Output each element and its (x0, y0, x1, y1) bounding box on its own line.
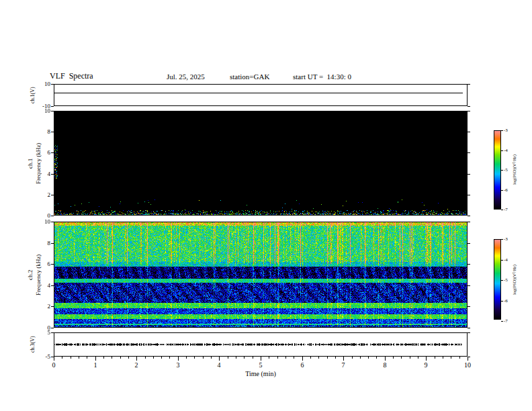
x-minor-tick-mark (318, 357, 319, 359)
x-minor-tick-mark (310, 357, 311, 359)
x-tick-mark (426, 357, 427, 361)
colorbar-tick-label: -5 (504, 167, 508, 173)
ch1spec-axis-label-channel: ch.1 (27, 111, 35, 216)
x-minor-tick-mark (161, 357, 162, 359)
y-tick-label: 10 (32, 107, 50, 114)
x-minor-tick-mark (418, 357, 418, 359)
y-tick-label: 8 (32, 128, 50, 135)
x-tick-label: 0 (44, 361, 64, 369)
colorbar-tick-mark (501, 260, 503, 261)
ch3-voltage-canvas (54, 333, 467, 356)
figure-title: VLF Spectra (50, 71, 93, 81)
x-minor-tick-mark (410, 357, 410, 359)
ch1-spectrogram-panel (54, 111, 468, 216)
y-tick-mark (51, 216, 54, 216)
y-tick-mark (468, 264, 470, 265)
y-tick-mark (468, 243, 470, 244)
y-tick-mark (51, 264, 54, 265)
colorbar-tick-mark (501, 239, 503, 240)
colorbar-tick-label: -6 (504, 298, 508, 304)
x-tick-label: 10 (457, 361, 478, 369)
colorbar-tick-mark (501, 280, 503, 281)
colorbar-tick-mark (501, 150, 503, 151)
x-minor-tick-mark (169, 357, 170, 359)
x-minor-tick-mark (459, 357, 460, 359)
colorbar-tick-label: -4 (504, 148, 508, 153)
y-tick-mark (51, 152, 54, 153)
x-minor-tick-mark (352, 357, 353, 359)
y-tick-label: 8 (32, 240, 50, 246)
y-tick-label: 4 (32, 282, 50, 289)
x-tick-label: 5 (251, 361, 271, 369)
y-tick-mark (51, 84, 54, 85)
x-tick-mark (95, 357, 96, 361)
x-minor-tick-mark (451, 357, 451, 359)
y-tick-label: 10 (32, 81, 50, 87)
x-minor-tick-mark (277, 357, 278, 359)
y-tick-label: -5 (32, 353, 50, 360)
y-tick-mark (468, 285, 470, 286)
y-tick-mark (51, 243, 54, 244)
y-tick-label: 5 (32, 329, 50, 336)
ch2-spectrogram-panel (54, 222, 468, 328)
y-tick-mark (468, 328, 470, 328)
colorbar-tick-mark (501, 130, 503, 131)
colorbar-tick-mark (501, 170, 503, 171)
y-tick-label: 10 (32, 218, 50, 225)
x-minor-tick-mark (153, 357, 154, 359)
x-tick-label: 4 (209, 361, 229, 369)
x-minor-tick-mark (244, 357, 245, 359)
colorbar-axis-label: log(PSD)(V²/Hz) (512, 130, 518, 210)
y-tick-label: 4 (32, 171, 50, 177)
colorbar-tick-label: -3 (504, 128, 508, 133)
colorbar-tick-mark (501, 190, 503, 191)
y-tick-mark (51, 332, 54, 333)
y-tick-mark (51, 222, 54, 222)
colorbar-tick-label: -4 (504, 257, 508, 263)
x-tick-mark (385, 357, 386, 361)
colorbar-tick-label: -3 (504, 236, 508, 242)
y-tick-mark (468, 111, 470, 111)
x-minor-tick-mark (87, 357, 87, 359)
ch1-voltage-trace (54, 93, 463, 93)
x-minor-tick-mark (360, 357, 361, 359)
x-minor-tick-mark (269, 357, 269, 359)
x-minor-tick-mark (285, 357, 286, 359)
x-tick-label: 9 (416, 361, 436, 369)
x-tick-mark (54, 357, 54, 361)
x-tick-mark (136, 357, 137, 361)
ch1-spectrogram-canvas (54, 111, 467, 215)
x-tick-mark (219, 357, 220, 361)
x-minor-tick-mark (368, 357, 369, 359)
ch2-colorbar (494, 239, 501, 320)
ch3-voltage-panel (54, 332, 468, 357)
x-minor-tick-mark (103, 357, 104, 359)
y-tick-mark (51, 174, 54, 175)
x-tick-label: 7 (333, 361, 353, 369)
x-tick-mark (343, 357, 344, 361)
colorbar-tick-mark (501, 301, 503, 302)
y-tick-mark (51, 106, 54, 107)
y-tick-mark (468, 332, 470, 333)
x-minor-tick-mark (186, 357, 187, 359)
colorbar-tick-label: -5 (504, 277, 508, 283)
colorbar-tick-label: -7 (504, 207, 508, 212)
y-tick-mark (468, 106, 470, 107)
x-minor-tick-mark (203, 357, 204, 359)
y-tick-mark (51, 328, 54, 328)
x-minor-tick-mark (71, 357, 71, 359)
y-tick-mark (468, 195, 470, 195)
y-tick-label: 2 (32, 303, 50, 310)
x-tick-label: 1 (85, 361, 105, 369)
y-tick-label: 6 (32, 261, 50, 267)
header-date: Jul. 25, 2025 (167, 73, 205, 81)
x-minor-tick-mark (194, 357, 195, 359)
colorbar-tick-mark (501, 210, 503, 210)
y-tick-mark (468, 84, 470, 85)
y-tick-mark (51, 195, 54, 195)
x-tick-label: 8 (375, 361, 395, 369)
ch2-spectrogram-canvas (54, 222, 467, 327)
ch1-voltage-panel (54, 84, 468, 106)
y-tick-mark (468, 152, 470, 153)
colorbar-tick-label: -7 (504, 318, 508, 324)
